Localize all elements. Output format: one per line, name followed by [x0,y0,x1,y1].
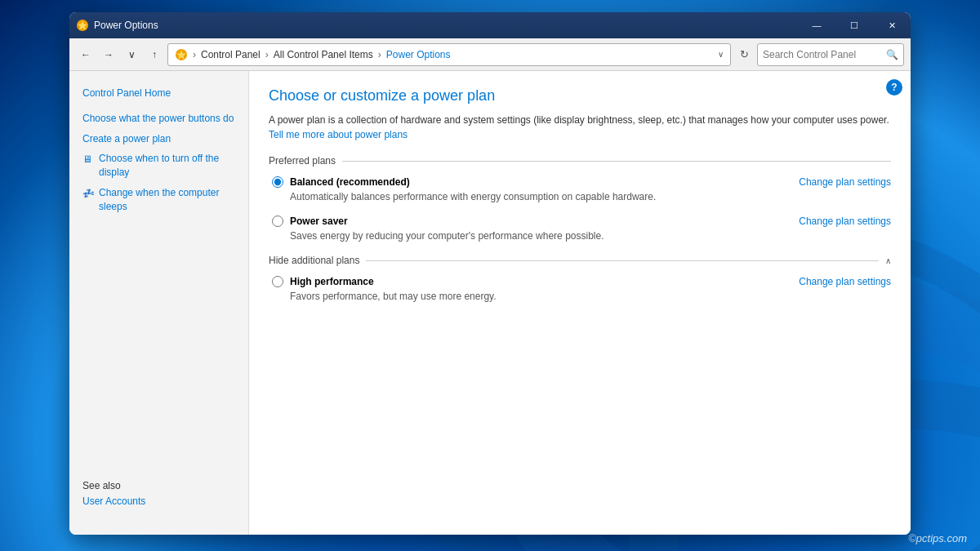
preferred-plans-divider [342,161,891,162]
nav-down-button[interactable]: ∨ [122,45,141,64]
nav-up-button[interactable]: ↑ [145,45,164,64]
additional-plans-label: Hide additional plans [269,255,359,266]
breadcrumb-all-items[interactable]: All Control Panel Items [274,49,373,60]
plan-power-saver-name: Power saver [290,216,348,227]
search-input[interactable] [763,49,883,60]
plan-balanced-radio[interactable] [272,176,283,188]
breadcrumb-sep1: › [193,49,196,60]
search-icon: 🔍 [886,49,898,60]
plan-power-saver-label[interactable]: Power saver [272,216,348,227]
maximize-button[interactable]: ☐ [835,12,873,38]
page-description: A power plan is a collection of hardware… [269,113,891,142]
sidebar-see-also: See also User Accounts [69,467,248,522]
minimize-button[interactable]: — [798,12,835,38]
plan-power-saver-radio[interactable] [272,216,283,227]
user-accounts-label: User Accounts [82,495,145,509]
app-icon [76,19,89,32]
window-title: Power Options [94,20,798,31]
addressbar: ← → ∨ ↑ › Control Panel › All Control Pa… [69,38,911,71]
refresh-button[interactable]: ↻ [734,45,754,64]
sidebar-create-plan-label: Create a power plan [82,132,171,146]
preferred-plans-label: Preferred plans [269,155,336,167]
plan-balanced: Balanced (recommended) Change plan setti… [269,176,891,202]
window-controls: — ☐ ✕ [798,12,911,38]
display-icon: 🖥 [82,153,96,166]
sidebar-link-create-plan[interactable]: Create a power plan [69,130,248,149]
nav-back-button[interactable]: ← [76,45,96,64]
plan-high-performance-row: High performance Change plan settings [272,276,891,287]
search-box[interactable]: 🔍 [757,43,904,66]
additional-plans-chevron[interactable]: ∧ [885,256,891,265]
high-performance-change-settings-link[interactable]: Change plan settings [799,276,891,287]
additional-plans-header: Hide additional plans ∧ [269,255,891,266]
main-panel: ? Choose or customize a power plan A pow… [249,71,911,535]
plan-high-performance-label[interactable]: High performance [272,276,374,287]
plan-power-saver-desc: Saves energy by reducing your computer's… [290,230,891,242]
plan-power-saver: Power saver Change plan settings Saves e… [269,216,891,242]
plan-high-performance-desc: Favors performance, but may use more ene… [290,291,891,302]
sidebar-link-user-accounts[interactable]: User Accounts [82,495,235,509]
sidebar-link-sleep[interactable]: 💤 Change when the computer sleeps [69,184,248,216]
sidebar-display-label: Choose when to turn off the display [99,152,235,180]
breadcrumb-sep3: › [378,49,381,60]
plan-balanced-name: Balanced (recommended) [290,176,410,188]
learn-more-link[interactable]: Tell me more about power plans [269,129,408,140]
sidebar-power-buttons-label: Choose what the power buttons do [82,112,234,126]
address-icon [175,48,188,61]
plan-high-performance-name: High performance [290,276,374,287]
additional-plans-divider [366,260,879,261]
titlebar: Power Options — ☐ ✕ [69,12,911,38]
sidebar-link-home[interactable]: Control Panel Home [69,84,248,103]
page-title: Choose or customize a power plan [269,87,891,104]
balanced-change-settings-link[interactable]: Change plan settings [799,176,891,188]
help-button[interactable]: ? [886,79,902,96]
sidebar-home-label: Control Panel Home [82,87,171,100]
plan-balanced-label[interactable]: Balanced (recommended) [272,176,410,188]
close-button[interactable]: ✕ [873,12,911,38]
address-box[interactable]: › Control Panel › All Control Panel Item… [167,43,731,66]
sidebar-link-turn-off-display[interactable]: 🖥 Choose when to turn off the display [69,149,248,182]
sidebar-link-power-buttons[interactable]: Choose what the power buttons do [69,109,248,128]
breadcrumb-sep2: › [265,49,269,60]
see-also-label: See also [82,480,235,491]
plan-balanced-row: Balanced (recommended) Change plan setti… [272,176,891,188]
sidebar-sleep-label: Change when the computer sleeps [99,186,235,214]
plan-high-performance: High performance Change plan settings Fa… [269,276,891,302]
sleep-icon: 💤 [82,187,96,200]
address-dropdown-arrow[interactable]: ∨ [718,50,724,59]
plan-balanced-desc: Automatically balances performance with … [290,191,891,202]
plan-high-performance-radio[interactable] [272,276,283,287]
power-saver-change-settings-link[interactable]: Change plan settings [799,216,891,227]
sidebar: Control Panel Home Choose what the power… [69,71,249,535]
content-area: Control Panel Home Choose what the power… [69,71,911,535]
watermark: ©pctips.com [908,532,967,544]
window: Power Options — ☐ ✕ ← → ∨ ↑ › Control Pa… [69,12,911,535]
breadcrumb-current: Power Options [386,49,451,60]
preferred-plans-header: Preferred plans [269,155,891,167]
nav-forward-button[interactable]: → [99,45,118,64]
plan-power-saver-row: Power saver Change plan settings [272,216,891,227]
breadcrumb-control-panel[interactable]: Control Panel [201,49,261,60]
